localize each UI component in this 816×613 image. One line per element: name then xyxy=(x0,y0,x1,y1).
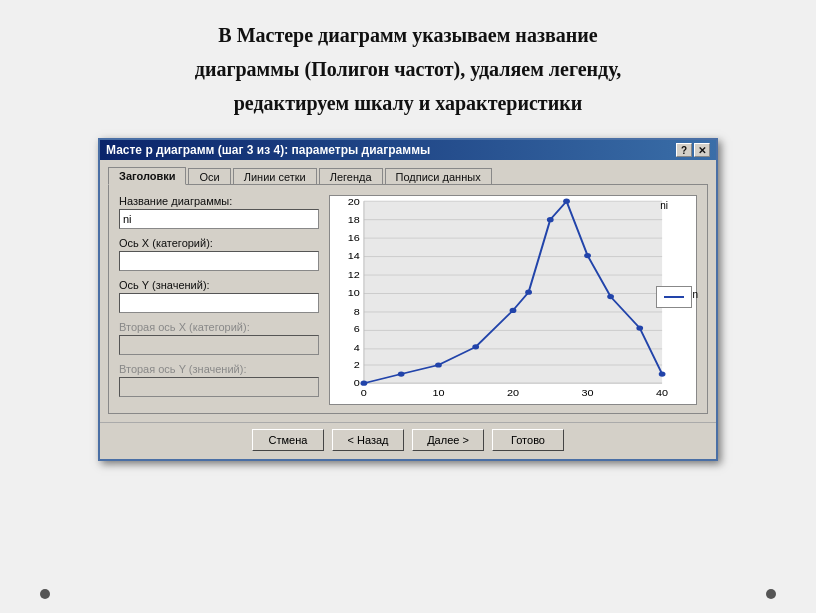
svg-point-37 xyxy=(584,253,591,258)
tab-osi[interactable]: Оси xyxy=(188,168,230,185)
titlebar-buttons: ? ✕ xyxy=(676,143,710,157)
svg-text:20: 20 xyxy=(507,388,519,397)
left-panel: Название диаграммы: Ось Х (категорий): О… xyxy=(119,195,319,405)
svg-text:20: 20 xyxy=(348,198,360,207)
svg-text:14: 14 xyxy=(348,252,361,261)
svg-text:4: 4 xyxy=(354,343,361,352)
svg-text:10: 10 xyxy=(432,388,444,397)
svg-point-39 xyxy=(636,325,643,330)
dialog-footer: Стмена < Назад Далее > Готово xyxy=(100,422,716,459)
bullet-right xyxy=(766,589,776,599)
svg-text:8: 8 xyxy=(354,307,360,316)
next-button[interactable]: Далее > xyxy=(412,429,484,451)
chart-title-label: ni xyxy=(660,200,668,211)
svg-text:30: 30 xyxy=(582,388,594,397)
close-button[interactable]: ✕ xyxy=(694,143,710,157)
svg-point-33 xyxy=(510,308,517,313)
input-oy2 xyxy=(119,377,319,397)
svg-text:0: 0 xyxy=(361,388,367,397)
svg-text:12: 12 xyxy=(348,270,360,279)
tab-linii-setki[interactable]: Линии сетки xyxy=(233,168,317,185)
dialog-titlebar: Масте р диаграмм (шаг 3 из 4): параметры… xyxy=(100,140,716,160)
svg-text:18: 18 xyxy=(348,215,360,224)
finish-button[interactable]: Готово xyxy=(492,429,564,451)
label-ox2: Вторая ось X (категорий): xyxy=(119,321,319,333)
svg-point-38 xyxy=(607,294,614,299)
tab-zagolovki[interactable]: Заголовки xyxy=(108,167,186,185)
tab-legenda[interactable]: Легенда xyxy=(319,168,383,185)
svg-text:0: 0 xyxy=(354,379,360,388)
back-button[interactable]: < Назад xyxy=(332,429,404,451)
help-button[interactable]: ? xyxy=(676,143,692,157)
dialog-window: Масте р диаграмм (шаг 3 из 4): параметры… xyxy=(98,138,718,461)
main-heading: В Мастере диаграмм указываем название ди… xyxy=(195,18,621,120)
input-diagram-name[interactable] xyxy=(119,209,319,229)
label-oy: Ось Y (значений): xyxy=(119,279,319,291)
svg-point-34 xyxy=(525,290,532,295)
svg-point-32 xyxy=(472,344,479,349)
content-inner: Название диаграммы: Ось Х (категорий): О… xyxy=(119,195,697,405)
svg-point-35 xyxy=(547,217,554,222)
label-ox: Ось Х (категорий): xyxy=(119,237,319,249)
svg-point-40 xyxy=(659,372,666,377)
legend-box xyxy=(656,286,692,308)
tab-podpisi[interactable]: Подписи данных xyxy=(385,168,492,185)
svg-point-29 xyxy=(361,381,368,386)
dialog-title: Масте р диаграмм (шаг 3 из 4): параметры… xyxy=(106,143,430,157)
legend-line xyxy=(664,296,684,298)
chart-preview: ni xyxy=(329,195,697,405)
svg-point-30 xyxy=(398,372,405,377)
input-ox2 xyxy=(119,335,319,355)
svg-text:6: 6 xyxy=(354,324,360,333)
dialog-body: Заголовки Оси Линии сетки Легенда Подпис… xyxy=(100,160,716,422)
tabs-bar: Заголовки Оси Линии сетки Легенда Подпис… xyxy=(108,166,708,184)
input-oy[interactable] xyxy=(119,293,319,313)
svg-point-31 xyxy=(435,362,442,367)
cancel-button[interactable]: Стмена xyxy=(252,429,324,451)
label-diagram-name: Название диаграммы: xyxy=(119,195,319,207)
svg-text:10: 10 xyxy=(348,288,360,297)
tab-content: Название диаграммы: Ось Х (категорий): О… xyxy=(108,184,708,414)
input-ox[interactable] xyxy=(119,251,319,271)
svg-text:40: 40 xyxy=(656,388,668,397)
svg-point-36 xyxy=(563,199,570,204)
bullets-decoration xyxy=(0,589,816,599)
bullet-left xyxy=(40,589,50,599)
chart-svg: 20 18 16 14 12 10 8 6 4 2 0 0 10 xyxy=(330,196,696,404)
svg-rect-0 xyxy=(364,201,662,383)
label-oy2: Вторая ось Y (значений): xyxy=(119,363,319,375)
svg-text:2: 2 xyxy=(354,360,360,369)
svg-text:16: 16 xyxy=(348,233,360,242)
